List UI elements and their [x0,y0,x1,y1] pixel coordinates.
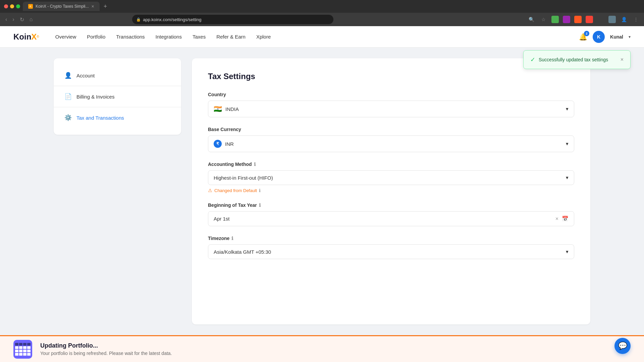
home-button[interactable]: ⌂ [28,15,34,24]
base-currency-select[interactable]: ₹ INR ▾ [208,135,574,152]
minimize-dot[interactable] [10,4,14,8]
success-toast: ✓ Successfully updated tax settings × [523,50,631,69]
browser-dots [4,4,20,8]
sidebar-account-label: Account [76,73,95,78]
person-icon: 👤 [64,72,72,79]
calendar-icon[interactable]: 📅 [562,216,569,222]
base-currency-value: INR [225,141,234,147]
base-currency-group: Base Currency ₹ INR ▾ [208,127,574,152]
maximize-dot[interactable] [16,4,20,8]
updating-title: Updating Portfolio... [40,342,172,349]
sidebar-tax-label: Tax and Transactions [76,115,124,121]
add-tab-button[interactable]: + [104,3,107,10]
tax-year-value: Apr 1st [214,216,230,222]
sidebar-divider-1 [54,86,181,86]
search-browser-icon[interactable]: 🔍 [527,15,535,23]
tab-close-button[interactable]: × [92,4,94,9]
nav-xplore[interactable]: Xplore [256,34,271,40]
sidebar-item-tax[interactable]: ⚙️ Tax and Transactions [54,109,181,127]
nav-links: Overview Portfolio Transactions Integrat… [55,34,271,40]
accounting-method-group: Accounting Method ℹ Highest-in First-out… [208,162,574,193]
nav-refer[interactable]: Refer & Earn [216,34,246,40]
back-button[interactable]: ‹ [4,15,8,24]
accounting-method-inner: Highest-in First-out (HIFO) [214,175,273,181]
india-flag-icon: 🇮🇳 [214,105,222,113]
user-avatar[interactable]: K [593,31,605,43]
notification-badge: 2 [584,31,589,36]
country-select[interactable]: 🇮🇳 INDIA ▾ [208,101,574,117]
nav-overview[interactable]: Overview [55,34,76,40]
accounting-method-info-icon: ℹ [254,162,256,167]
star-icon[interactable]: ☆ [539,15,547,23]
more-button[interactable]: ⋮ [632,15,640,23]
logo-x: X [31,32,37,42]
nav-integrations[interactable]: Integrations [156,34,182,40]
toast-close-button[interactable]: × [621,57,624,63]
browser-chrome: K KoinX - Crypto Taxes Simpli... × + [0,0,644,13]
changed-note: ⚠ Changed from Default ℹ [208,188,574,193]
tab-title: KoinX - Crypto Taxes Simpli... [36,4,89,9]
inr-icon: ₹ [214,140,222,148]
address-bar[interactable]: 🔒 app.koinx.com/settings/setting [132,15,333,24]
tax-year-label: Beginning of Tax Year ℹ [208,202,574,208]
profile-browser-icon[interactable]: 👤 [620,15,628,23]
accounting-method-value: Highest-in First-out (HIFO) [214,175,273,181]
address-bar-row: ‹ › ↻ ⌂ 🔒 app.koinx.com/settings/setting… [0,13,644,26]
timezone-select[interactable]: Asia/Kolkata GMT +05:30 ▾ [208,244,574,259]
changed-note-text: Changed from Default [214,188,257,193]
main-content: 👤 Account 📄 Billing & Invoices ⚙️ Tax an… [0,48,644,335]
notification-bell[interactable]: 🔔 2 [579,33,587,41]
base-currency-label: Base Currency [208,127,574,132]
country-value: INDIA [225,106,239,112]
sidebar-item-account[interactable]: 👤 Account [54,66,181,84]
timezone-label: Timezone ℹ [208,236,574,241]
timezone-info-icon: ℹ [231,236,233,241]
extension-icon-6[interactable] [608,16,616,23]
accounting-method-label: Accounting Method ℹ [208,162,574,167]
browser-icons: 🔍 ☆ 👤 ⋮ [527,15,640,23]
extension-icon-3[interactable] [574,16,582,23]
nav-portfolio[interactable]: Portfolio [87,34,105,40]
tax-year-info-icon: ℹ [259,202,261,208]
tab-favicon: K [28,4,33,9]
extension-icon-5[interactable] [597,16,604,23]
extension-icon-2[interactable] [563,16,570,23]
timezone-value: Asia/Kolkata GMT +05:30 [214,249,271,255]
chevron-down-currency: ▾ [566,141,569,147]
nav-right: 🔔 2 K Kunal ▾ [579,31,631,43]
date-field-icons: × 📅 [555,216,569,222]
sidebar: 👤 Account 📄 Billing & Invoices ⚙️ Tax an… [54,58,181,135]
logo-koin: Koin [13,32,31,42]
forward-button[interactable]: › [11,15,15,24]
receipt-icon: 📄 [64,93,72,100]
warning-icon: ⚠ [208,188,212,193]
nav-taxes[interactable]: Taxes [193,34,206,40]
chat-button[interactable]: 💬 [614,338,631,354]
nav-transactions[interactable]: Transactions [116,34,145,40]
extension-icon-1[interactable] [551,16,559,23]
browser-tab[interactable]: K KoinX - Crypto Taxes Simpli... × [23,2,100,11]
bottom-bar: Updating Portfolio... Your portfolio is … [0,335,644,362]
chevron-down-icon[interactable]: ▾ [629,35,631,39]
tax-year-group: Beginning of Tax Year ℹ Apr 1st × 📅 [208,202,574,226]
country-select-inner: 🇮🇳 INDIA [214,105,239,113]
extension-icon-4[interactable] [586,16,593,23]
base-currency-inner: ₹ INR [214,140,234,148]
close-dot[interactable] [4,4,8,8]
lock-icon: 🔒 [136,17,141,22]
settings-title: Tax Settings [208,72,574,81]
sidebar-item-billing[interactable]: 📄 Billing & Invoices [54,87,181,106]
clear-date-icon[interactable]: × [555,216,558,222]
user-name: Kunal [610,34,623,40]
calculator-icon [13,341,33,358]
settings-panel: Tax Settings Country 🇮🇳 INDIA ▾ Base Cur… [192,58,590,324]
accounting-method-select[interactable]: Highest-in First-out (HIFO) ▾ [208,170,574,185]
reload-button[interactable]: ↻ [18,15,25,24]
logo: KoinX® [13,32,39,42]
logo-reg: ® [37,35,39,39]
gear-icon: ⚙️ [64,114,72,121]
country-label: Country [208,92,574,97]
sidebar-divider-2 [54,107,181,107]
tax-year-field[interactable]: Apr 1st × 📅 [208,211,574,226]
url-text: app.koinx.com/settings/setting [143,17,201,22]
